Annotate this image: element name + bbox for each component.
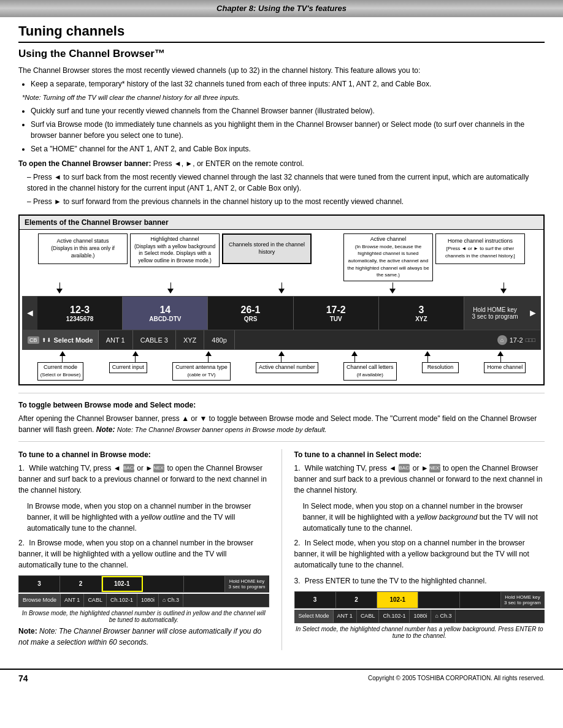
select-caption: In Select mode, the highlighted channel …: [294, 626, 545, 639]
arrows-down-row: [20, 281, 543, 294]
toggle-text: After opening the Channel Browser banner…: [18, 413, 545, 435]
mini-ch-2: 2: [60, 576, 101, 592]
arrow-down-5: [500, 289, 507, 294]
select-mini-ch-3: 102-1: [377, 592, 418, 608]
select-mode-column: To tune to a channel in Select mode: 1. …: [294, 449, 545, 650]
label-antenna-type: Current antenna type(cable or TV): [172, 362, 231, 380]
label-current-input: Current input: [109, 362, 147, 380]
select-mode-title: To tune to a channel in Select mode:: [294, 449, 545, 460]
select-home: ⌂ Ch.3: [431, 610, 456, 623]
arrow-up-3: [205, 351, 212, 356]
select-step-1b: In Select mode, when you stop on a chann…: [303, 501, 545, 534]
bullet-2: Quickly surf and tune your recently view…: [31, 105, 545, 116]
select-next-btn: NEXT: [429, 464, 440, 472]
browse-note: Note: Note: The Channel Browser banner w…: [18, 626, 269, 648]
mode-indicator: CB ⬆⬇ Select Mode: [23, 330, 99, 349]
resolution-indicator: 480p: [204, 330, 234, 349]
label-active-channel: Active channel number: [256, 362, 318, 380]
channel-item-5: 3 XYZ: [379, 297, 464, 330]
mini-home-browse: Hold HOME key 3 sec to program: [225, 576, 268, 592]
select-res: 1080i: [410, 610, 431, 623]
select-mini-status: Select Mode ANT 1 CABL Ch.102-1 1080i ⌂ …: [294, 610, 545, 623]
arrow-up-5: [351, 351, 358, 356]
top-label-channels-stored: Channels stored in the channel history: [222, 233, 312, 281]
select-mini-bar: 3 2 102-1 Hold HOME key 3 sec to program: [294, 591, 545, 609]
select-mini-ch-5: [460, 592, 501, 608]
channel-call-letters: XYZ: [176, 330, 204, 349]
toggle-instruction: To toggle between Browse mode and Select…: [18, 400, 545, 411]
select-step-3: 3. Press ENTER to tune the TV to the hig…: [294, 575, 545, 586]
arrow-down-2: [167, 289, 174, 294]
page-header: Chapter 8: Using the TV's features: [0, 0, 563, 17]
channel-back-arrow[interactable]: ◄: [23, 297, 37, 330]
label-resolution: Resolution: [422, 362, 459, 380]
select-step-2: 2. In Select mode, when you stop on a ch…: [294, 537, 545, 571]
top-label-active-status: Active channel status(Displays in this a…: [38, 233, 128, 281]
top-label-home-instructions: Home channel instructions[Press ◄ or ► t…: [435, 233, 525, 281]
channel-item-1: 12-3 12345678: [37, 297, 123, 330]
select-ch: Ch.102-1: [379, 610, 410, 623]
select-mini-ch-2: 2: [336, 592, 377, 608]
browse-tuner: CABL: [84, 594, 107, 607]
browse-step-2: 2. In Browse mode, when you stop on a ch…: [18, 537, 269, 571]
arrow-up-4: [278, 351, 285, 356]
label-home-channel: Home channel: [484, 362, 526, 380]
arrow-down-4: [389, 289, 396, 294]
bottom-labels-row: Current mode(Select or Browse) Current i…: [20, 362, 543, 384]
select-input: ANT 1: [334, 610, 357, 623]
mini-ch-3: 102-1: [102, 576, 143, 592]
browse-res: 1080i: [137, 594, 159, 607]
arrow-up-1: [59, 351, 66, 356]
browse-mode-badge: Browse Mode: [19, 594, 61, 607]
select-mini-ch-4: [418, 592, 459, 608]
browse-caption: In Browse mode, the highlighted channel …: [18, 610, 269, 623]
label-current-mode: Current mode(Select or Browse): [37, 362, 84, 380]
channel-bar: ◄ 12-3 12345678 14 ABCD-DTV 26-1 QRS 17-…: [22, 296, 541, 330]
browse-mode-column: To tune to a channel in Browse mode: 1. …: [18, 449, 269, 650]
browse-input: ANT 1: [61, 594, 84, 607]
next-btn-icon: NEXT: [153, 464, 164, 472]
mini-ch-5: [184, 576, 225, 592]
home-channel-display: ⌂ 17-2 □□□: [492, 335, 540, 345]
top-label-active-channel: Active channel(In Browse mode, because t…: [343, 233, 433, 281]
divider-2: [18, 441, 545, 442]
select-step-1: 1. While watching TV, press ◄ BACK or ►N…: [294, 463, 545, 496]
select-tuner: CABL: [357, 610, 380, 623]
mini-home-select: Hold HOME key 3 sec to program: [501, 592, 544, 608]
intro-text: The Channel Browser stores the most rece…: [18, 65, 545, 76]
page-number: 74: [18, 673, 28, 683]
bullet-4: Set a "HOME" channel for the ANT 1, ANT …: [31, 143, 545, 154]
channel-status-bar: CB ⬆⬇ Select Mode ANT 1 CABLE 3 XYZ 480p…: [22, 330, 541, 350]
top-label-highlighted: Highlighted channel(Displays with a yell…: [130, 233, 220, 281]
bullet-3: Surf via Browse mode (to immediately tun…: [31, 119, 545, 141]
arrow-up-7: [497, 351, 504, 356]
back-btn-icon: BACK: [123, 464, 134, 472]
mini-ch-4: [143, 576, 184, 592]
page-footer: 74 Copyright © 2005 TOSHIBA CORPORATION.…: [0, 669, 563, 687]
antenna-indicator: CABLE 3: [133, 330, 176, 349]
diagram-title: Elements of the Channel Browser banner: [20, 216, 543, 230]
channel-browser-diagram: Elements of the Channel Browser banner A…: [18, 214, 545, 385]
arrows-up-row: [20, 350, 543, 362]
arrow-down-3: [278, 289, 285, 294]
dash-item-1: – Press ◄ to surf back from the most rec…: [27, 172, 545, 194]
browse-ch: Ch.102-1: [107, 594, 137, 607]
copyright-text: Copyright © 2005 TOSHIBA CORPORATION. Al…: [368, 675, 545, 681]
top-labels-row: Active channel status(Displays in this a…: [20, 230, 543, 281]
browse-step-1b: In Browse mode, when you stop on a chann…: [27, 501, 269, 534]
channel-forward-arrow[interactable]: ►: [526, 297, 540, 330]
subsection-title: Using the Channel Browser™: [18, 48, 545, 60]
browse-step-1: 1. While watching TV, press ◄ BACK or ►N…: [18, 463, 269, 496]
column-divider: [282, 449, 282, 650]
dash-item-2: – Press ► to surf forward from the previ…: [27, 196, 545, 207]
browse-mode-title: To tune to a channel in Browse mode:: [18, 449, 269, 460]
channel-item-3: 26-1 QRS: [208, 297, 293, 330]
feature-list: Keep a separate, temporary* history of t…: [31, 78, 545, 154]
home-key-area: Hold HOME key 3 sec to program: [464, 297, 526, 330]
channel-item-2: 14 ABCD-DTV: [123, 297, 208, 330]
two-column-layout: To tune to a channel in Browse mode: 1. …: [18, 449, 545, 650]
browse-mini-bar: 3 2 102-1 Hold HOME key 3 sec to program: [18, 575, 269, 593]
select-mini-ch-1: 3: [295, 592, 336, 608]
open-banner-instruction: To open the Channel Browser banner: Pres…: [18, 158, 545, 169]
browse-home: ⌂ Ch.3: [159, 594, 183, 607]
